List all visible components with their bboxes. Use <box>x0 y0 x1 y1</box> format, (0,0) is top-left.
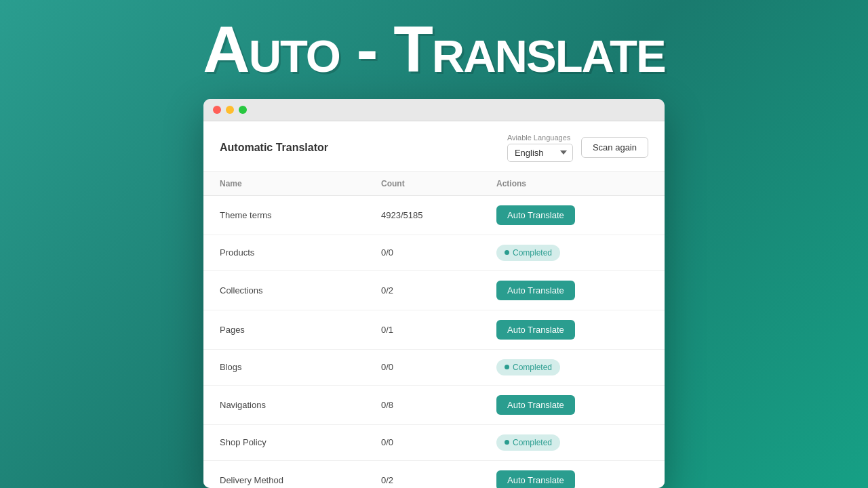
traffic-light-green[interactable] <box>239 106 247 114</box>
table-row: Collections0/2Auto Translate <box>203 270 665 310</box>
language-select[interactable]: English French Spanish German Japanese <box>507 144 573 162</box>
row-count: 0/2 <box>365 460 480 488</box>
row-name: Shop Policy <box>203 424 365 460</box>
table-row: Blogs0/0Completed <box>203 349 665 385</box>
auto-translate-button[interactable]: Auto Translate <box>496 320 575 340</box>
col-header-actions: Actions <box>480 172 665 196</box>
auto-translate-button[interactable]: Auto Translate <box>496 281 575 300</box>
table-row: Navigations0/8Auto Translate <box>203 385 665 424</box>
table-row: Delivery Method0/2Auto Translate <box>203 460 665 488</box>
completed-dot-icon <box>505 365 509 369</box>
row-name: Delivery Method <box>203 460 365 488</box>
row-actions: Completed <box>480 235 665 270</box>
row-count: 0/1 <box>365 310 480 349</box>
row-name: Theme terms <box>203 195 365 235</box>
row-actions: Auto Translate <box>480 270 665 310</box>
table-row: Shop Policy0/0Completed <box>203 424 665 460</box>
completed-badge: Completed <box>496 245 560 261</box>
translation-table: Name Count Actions Theme terms4923/5185A… <box>203 172 665 488</box>
row-count: 0/2 <box>365 270 480 310</box>
window-header: Automatic Translator Aviable Languages E… <box>203 121 665 172</box>
table-body: Theme terms4923/5185Auto TranslateProduc… <box>203 195 665 488</box>
row-count: 0/0 <box>365 235 480 270</box>
window-titlebar <box>203 99 665 121</box>
auto-translate-button[interactable]: Auto Translate <box>496 470 575 488</box>
completed-label: Completed <box>513 248 552 258</box>
auto-translate-button[interactable]: Auto Translate <box>496 205 575 225</box>
header-right: Aviable Languages English French Spanish… <box>507 134 648 162</box>
completed-label: Completed <box>513 363 552 372</box>
table-header: Name Count Actions <box>203 172 665 196</box>
table-row: Pages0/1Auto Translate <box>203 310 665 349</box>
language-selector-wrapper: Aviable Languages English French Spanish… <box>507 134 573 162</box>
auto-translate-button[interactable]: Auto Translate <box>496 395 575 415</box>
page-title: Auto - Translate <box>203 14 665 85</box>
completed-label: Completed <box>513 438 552 447</box>
row-name: Collections <box>203 270 365 310</box>
col-header-name: Name <box>203 172 365 196</box>
row-actions: Auto Translate <box>480 460 665 488</box>
row-actions: Completed <box>480 349 665 385</box>
row-actions: Completed <box>480 424 665 460</box>
traffic-light-red[interactable] <box>213 106 221 114</box>
window-body: Automatic Translator Aviable Languages E… <box>203 121 665 488</box>
row-name: Products <box>203 235 365 270</box>
row-name: Navigations <box>203 385 365 424</box>
completed-badge: Completed <box>496 359 560 375</box>
row-count: 0/8 <box>365 385 480 424</box>
table-row: Theme terms4923/5185Auto Translate <box>203 195 665 235</box>
col-header-count: Count <box>365 172 480 196</box>
app-window: Automatic Translator Aviable Languages E… <box>203 99 665 488</box>
row-count: 0/0 <box>365 349 480 385</box>
completed-dot-icon <box>505 440 509 445</box>
completed-dot-icon <box>505 250 509 255</box>
completed-badge: Completed <box>496 434 560 451</box>
row-actions: Auto Translate <box>480 195 665 235</box>
row-name: Blogs <box>203 349 365 385</box>
row-actions: Auto Translate <box>480 310 665 349</box>
scan-again-button[interactable]: Scan again <box>581 137 648 158</box>
table-row: Products0/0Completed <box>203 235 665 270</box>
traffic-light-yellow[interactable] <box>226 106 234 114</box>
app-title: Automatic Translator <box>220 142 328 154</box>
row-count: 0/0 <box>365 424 480 460</box>
row-actions: Auto Translate <box>480 385 665 424</box>
row-name: Pages <box>203 310 365 349</box>
language-label: Aviable Languages <box>507 134 570 142</box>
row-count: 4923/5185 <box>365 195 480 235</box>
